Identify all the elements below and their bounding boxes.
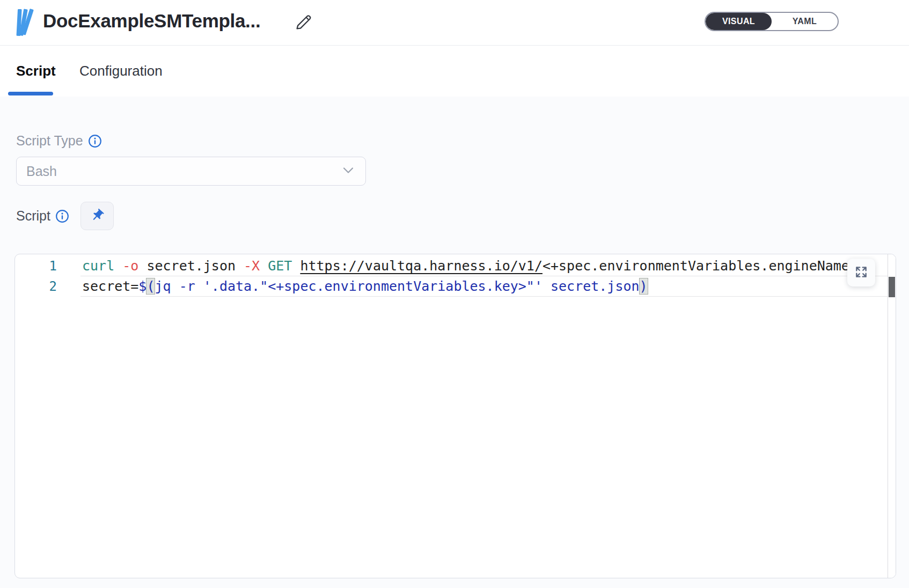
script-label-row: Script bbox=[16, 208, 69, 224]
code-line: 1curl -o secret.json -X GET https://vaul… bbox=[15, 256, 888, 276]
expand-icon bbox=[854, 265, 868, 281]
active-tab-underline bbox=[8, 92, 53, 95]
template-library-icon bbox=[16, 8, 40, 37]
visual-yaml-toggle: VISUAL YAML bbox=[705, 12, 839, 31]
chevron-down-icon bbox=[343, 166, 354, 176]
pushpin-icon bbox=[90, 208, 105, 224]
code-line: 2secret=$(jq -r '.data."<+spec.environme… bbox=[15, 276, 888, 297]
editor-scrollbar-thumb[interactable] bbox=[889, 277, 895, 297]
editor-scrollbar[interactable] bbox=[888, 254, 896, 578]
line-number: 1 bbox=[15, 256, 82, 276]
code-lines: 1curl -o secret.json -X GET https://vaul… bbox=[15, 256, 888, 297]
script-type-label-row: Script Type bbox=[16, 133, 102, 149]
yaml-toggle-button[interactable]: YAML bbox=[772, 13, 838, 30]
header: DocExampleSMTempla... VISUAL YAML bbox=[0, 0, 909, 46]
pin-script-button[interactable] bbox=[80, 202, 114, 230]
script-type-value: Bash bbox=[26, 164, 343, 179]
info-icon[interactable] bbox=[88, 134, 102, 148]
info-icon[interactable] bbox=[55, 209, 69, 223]
script-type-select[interactable]: Bash bbox=[16, 157, 366, 186]
script-type-label: Script Type bbox=[16, 133, 83, 149]
script-code-editor[interactable]: 1curl -o secret.json -X GET https://vaul… bbox=[14, 254, 896, 578]
edit-title-button[interactable] bbox=[293, 12, 314, 33]
pencil-icon bbox=[295, 13, 313, 33]
content-area: Script Type Bash Script bbox=[0, 97, 909, 588]
visual-toggle-button[interactable]: VISUAL bbox=[706, 13, 772, 30]
expand-editor-button[interactable] bbox=[847, 259, 875, 286]
tab-script[interactable]: Script bbox=[16, 46, 56, 97]
line-number: 2 bbox=[15, 276, 82, 297]
tab-configuration[interactable]: Configuration bbox=[79, 46, 163, 97]
page-title: DocExampleSMTempla... bbox=[43, 10, 260, 32]
template-studio-screen: DocExampleSMTempla... VISUAL YAML Script… bbox=[0, 0, 909, 588]
script-label: Script bbox=[16, 208, 50, 224]
tab-bar: Script Configuration bbox=[0, 46, 909, 97]
